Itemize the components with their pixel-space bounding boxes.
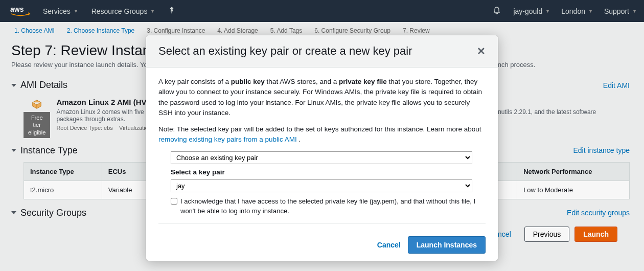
modal-divider <box>158 223 486 224</box>
keypair-name-select[interactable]: jay <box>171 179 472 192</box>
modal-title: Select an existing key pair or create a … <box>158 44 412 58</box>
key-pair-modal: Select an existing key pair or create a … <box>146 35 498 261</box>
close-icon[interactable]: ✕ <box>477 45 486 57</box>
modal-paragraph-2: Note: The selected key pair will be adde… <box>158 124 486 145</box>
modal-paragraph-1: A key pair consists of a public key that… <box>158 77 486 118</box>
keypair-action-select[interactable]: Choose an existing key pair <box>171 151 472 164</box>
modal-overlay: Select an existing key pair or create a … <box>0 0 644 271</box>
remove-keypairs-link[interactable]: removing existing key pairs from a publi… <box>158 136 297 143</box>
select-keypair-label: Select a key pair <box>171 167 486 177</box>
modal-launch-instances-button[interactable]: Launch Instances <box>408 236 486 254</box>
acknowledgement-row: I acknowledge that I have access to the … <box>171 196 486 216</box>
modal-cancel-button[interactable]: Cancel <box>377 241 401 249</box>
acknowledge-text: I acknowledge that I have access to the … <box>180 196 486 216</box>
acknowledge-checkbox[interactable] <box>171 198 177 205</box>
